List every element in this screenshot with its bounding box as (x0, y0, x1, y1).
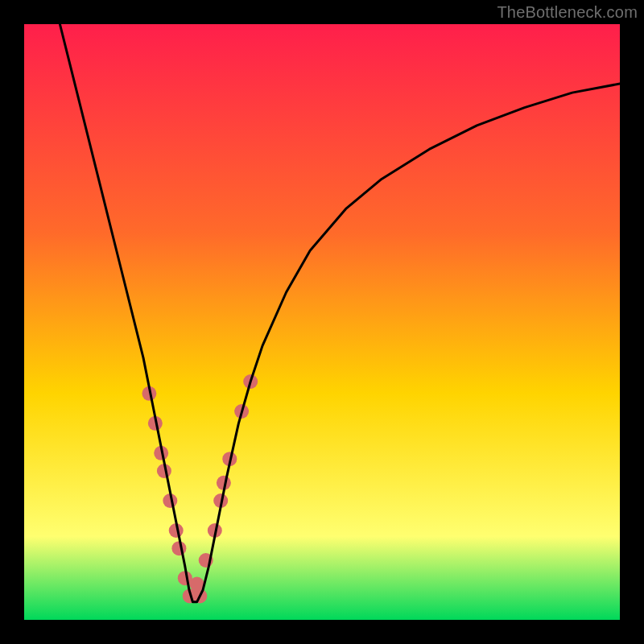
attribution-text: TheBottleneck.com (497, 3, 638, 22)
chart-plot-area (24, 24, 620, 620)
gradient-background (24, 24, 620, 620)
chart-frame: TheBottleneck.com (0, 0, 644, 644)
data-dot (171, 541, 186, 555)
chart-svg (24, 24, 620, 620)
